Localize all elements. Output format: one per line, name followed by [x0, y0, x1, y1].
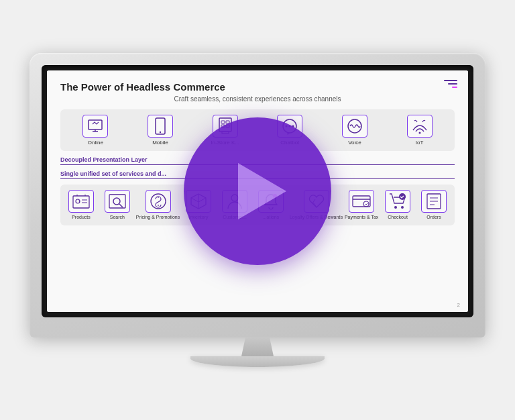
- svg-point-33: [401, 206, 404, 209]
- channel-voice-label: Voice: [348, 140, 361, 146]
- svg-point-24: [151, 194, 166, 209]
- monitor-body: The Power of Headless Commerce Craft sea…: [30, 53, 485, 337]
- service-products-label: Products: [72, 215, 91, 220]
- svg-rect-7: [221, 121, 225, 123]
- service-search-label: Search: [110, 215, 125, 220]
- screen-bezel: The Power of Headless Commerce Craft sea…: [42, 65, 473, 317]
- svg-line-23: [119, 204, 123, 207]
- iot-icon: [407, 115, 433, 138]
- svg-rect-21: [109, 195, 125, 208]
- channel-online: Online: [75, 115, 115, 146]
- svg-rect-0: [89, 120, 102, 129]
- payments-icon: [349, 190, 374, 213]
- svg-point-32: [394, 206, 397, 209]
- service-payments: Payments & Tax: [344, 190, 379, 220]
- service-payments-label: Payments & Tax: [345, 215, 378, 220]
- monitor-screen: The Power of Headless Commerce Craft sea…: [47, 70, 468, 312]
- service-checkout: Checkout: [380, 190, 415, 220]
- channel-iot: IoT: [400, 115, 440, 146]
- service-orders: Orders: [416, 190, 451, 220]
- play-triangle-icon: [238, 163, 286, 219]
- channel-online-label: Online: [88, 140, 103, 146]
- channel-voice: Voice: [335, 115, 375, 146]
- voice-icon: [342, 115, 367, 138]
- monitor-icon: [82, 115, 108, 138]
- svg-point-4: [160, 132, 161, 133]
- slide-content: The Power of Headless Commerce Craft sea…: [47, 70, 468, 312]
- orders-icon: [421, 190, 447, 213]
- page-number: 2: [457, 302, 460, 308]
- svg-point-16: [418, 132, 420, 134]
- svg-point-22: [113, 198, 120, 205]
- channel-mobile: Mobile: [140, 115, 180, 146]
- monitor-wrapper: The Power of Headless Commerce Craft sea…: [23, 53, 492, 367]
- search-icon: [105, 190, 130, 213]
- monitor-stand-base: [190, 356, 325, 367]
- service-pricing-label: Pricing & Promotions: [136, 215, 180, 220]
- service-orders-label: Orders: [426, 215, 441, 220]
- channel-iot-label: IoT: [416, 140, 424, 146]
- service-products: Products: [64, 190, 99, 220]
- monitor-stand-neck: [237, 337, 278, 356]
- slide-title: The Power of Headless Commerce: [60, 81, 455, 93]
- channel-mobile-label: Mobile: [152, 140, 168, 146]
- mobile-icon: [148, 115, 173, 138]
- menu-icon: [444, 80, 457, 88]
- slide-subtitle: Craft seamless, consistent experiences a…: [60, 95, 455, 103]
- svg-point-34: [399, 193, 406, 200]
- products-icon: [68, 190, 94, 213]
- svg-point-31: [363, 201, 369, 207]
- checkout-icon: [385, 190, 410, 213]
- service-pricing: Pricing & Promotions: [136, 190, 180, 220]
- play-button[interactable]: [184, 117, 331, 265]
- service-search: Search: [100, 190, 135, 220]
- service-checkout-label: Checkout: [388, 215, 408, 220]
- pricing-icon: [146, 190, 171, 213]
